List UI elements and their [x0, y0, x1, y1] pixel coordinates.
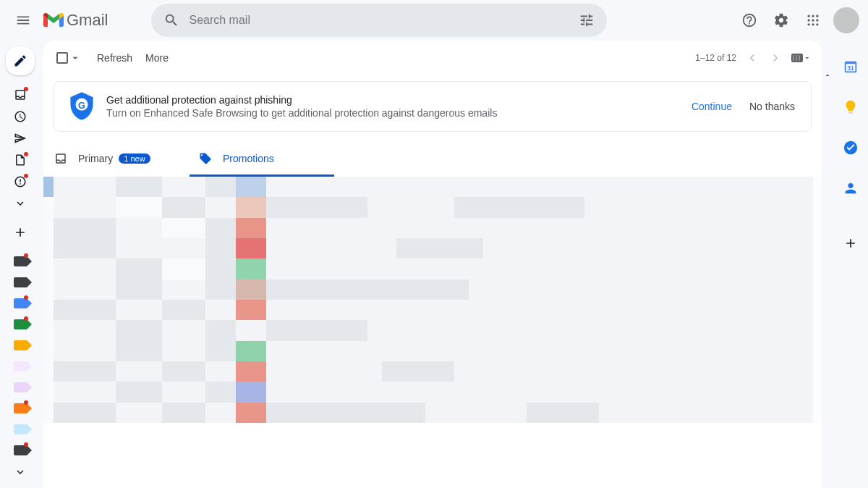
header: Gmail	[0, 0, 868, 41]
refresh-button[interactable]: Refresh	[97, 52, 132, 64]
right-side-panel: 31	[833, 41, 868, 488]
category-tabs: Primary 1 new Promotions	[43, 142, 822, 177]
svg-point-6	[808, 23, 810, 25]
tab-primary[interactable]: Primary 1 new	[45, 142, 190, 177]
svg-text:G: G	[78, 100, 85, 111]
gmail-logo[interactable]: Gmail	[43, 11, 108, 30]
nav-label[interactable]	[9, 440, 32, 460]
tab-promotions[interactable]: Promotions	[190, 142, 334, 177]
banner-subtitle: Turn on Enhanced Safe Browsing to get ad…	[106, 107, 692, 119]
compose-button[interactable]	[6, 46, 35, 75]
account-avatar[interactable]	[833, 7, 859, 33]
nav-label[interactable]	[9, 356, 32, 376]
tab-primary-badge: 1 new	[119, 153, 150, 164]
svg-point-0	[808, 15, 810, 17]
next-page-button[interactable]	[764, 46, 787, 70]
more-button[interactable]: More	[145, 52, 169, 64]
search-icon[interactable]	[157, 6, 186, 35]
nav-sent[interactable]	[9, 128, 32, 148]
search-container	[151, 4, 607, 37]
safe-browsing-banner: G Get additional protection against phis…	[54, 81, 812, 132]
nav-label[interactable]	[9, 314, 32, 335]
gmail-logo-text: Gmail	[67, 11, 108, 30]
apps-button[interactable]	[799, 6, 827, 35]
nav-label[interactable]	[9, 419, 32, 439]
search-bar[interactable]	[151, 4, 607, 37]
left-navigation	[0, 41, 41, 488]
nav-label[interactable]	[9, 398, 32, 418]
keep-app-icon[interactable]	[836, 93, 865, 122]
search-options-icon[interactable]	[572, 6, 601, 35]
nav-new-label[interactable]	[9, 222, 32, 243]
inbox-icon	[54, 151, 68, 166]
banner-title: Get additional protection against phishi…	[106, 94, 692, 106]
nav-labels-more[interactable]	[9, 462, 32, 482]
nav-label[interactable]	[9, 272, 32, 293]
nav-spam[interactable]	[9, 172, 32, 192]
help-button[interactable]	[735, 6, 764, 35]
nav-snoozed[interactable]	[9, 106, 32, 127]
mail-toolbar: Refresh More 1–12 of 12	[43, 41, 822, 75]
banner-dismiss-button[interactable]: No thanks	[749, 101, 795, 112]
scrollbar-up[interactable]	[822, 70, 833, 81]
prev-page-button[interactable]	[741, 46, 764, 70]
get-addons-icon[interactable]	[836, 229, 865, 258]
email-list-redacted	[43, 177, 822, 423]
nav-label[interactable]	[9, 377, 32, 397]
svg-point-8	[816, 23, 818, 25]
nav-inbox[interactable]	[9, 85, 32, 105]
svg-point-4	[812, 19, 814, 21]
gmail-logo-icon	[43, 12, 64, 28]
select-all-checkbox[interactable]	[54, 49, 84, 67]
svg-point-3	[808, 19, 810, 21]
pagination-count: 1–12 of 12	[695, 53, 736, 63]
shield-icon: G	[67, 92, 96, 121]
contacts-app-icon[interactable]	[836, 174, 865, 203]
nav-drafts[interactable]	[9, 150, 32, 170]
tab-promotions-label: Promotions	[223, 153, 274, 164]
tab-primary-label: Primary	[78, 153, 113, 164]
tag-icon	[198, 151, 213, 166]
main-content: Refresh More 1–12 of 12 G Get additional…	[43, 41, 822, 488]
calendar-app-icon[interactable]: 31	[836, 52, 865, 81]
nav-label[interactable]	[9, 293, 32, 314]
tasks-app-icon[interactable]	[836, 133, 865, 162]
search-input[interactable]	[186, 14, 572, 27]
svg-point-1	[812, 15, 814, 17]
nav-label[interactable]	[9, 251, 32, 272]
svg-point-2	[816, 15, 818, 17]
banner-continue-button[interactable]: Continue	[692, 101, 732, 112]
nav-label[interactable]	[9, 335, 32, 356]
svg-text:31: 31	[847, 65, 854, 72]
main-menu-button[interactable]	[6, 3, 41, 38]
svg-point-5	[816, 19, 818, 21]
settings-button[interactable]	[767, 6, 796, 35]
nav-more[interactable]	[9, 193, 32, 214]
svg-point-7	[812, 23, 814, 25]
input-tools-button[interactable]	[791, 51, 812, 65]
